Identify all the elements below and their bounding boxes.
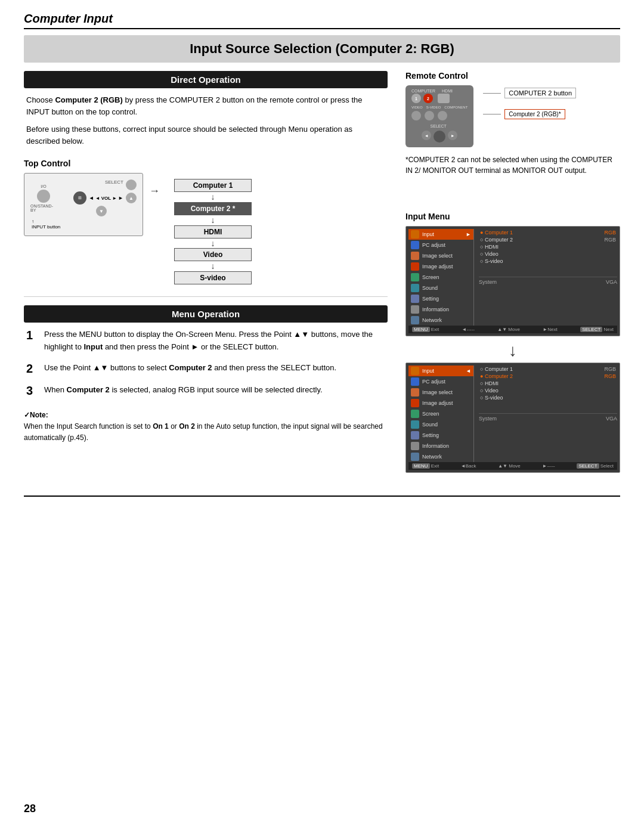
computer2-button-callout: COMPUTER 2 button: [483, 88, 576, 98]
direct-op-bold: Computer 2 (RGB): [55, 95, 122, 104]
menu-icon-screen-2: [411, 410, 419, 418]
remote-comp2-btn: 2: [423, 94, 433, 103]
select-btn: [126, 179, 137, 190]
menu-item-screen-label-2: Screen: [422, 411, 439, 417]
power-btn: [37, 190, 50, 203]
menu-footer-2: MENU Exit ◄Back ▲▼ Move ►----- SELECT Se…: [408, 462, 617, 470]
menu-screenshot-1: Input ► PC adjust Image select Image adj…: [405, 226, 620, 336]
flow-computer1: Computer 1: [174, 179, 252, 192]
menu-item-sound-label-2: Sound: [422, 422, 438, 428]
menu-select-btn-1[interactable]: SELECT: [580, 327, 602, 332]
top-control-label: Top Control: [24, 159, 388, 168]
menu-icon-pcadjust-2: [411, 377, 419, 386]
content-area: Direct Operation Choose Computer 2 (RGB)…: [24, 71, 620, 478]
menu-opt-hdmi-2: ○ HDMI: [479, 380, 617, 387]
up-btn: ▲: [126, 193, 137, 203]
menu-item-pcadjust-label-1: PC adjust: [422, 242, 445, 248]
menu-screenshot-2: Input ◄ PC adjust Image select Image adj…: [405, 363, 620, 473]
remote-control-area: Remote Control COMPUTER HDMI 1 2: [405, 71, 620, 176]
computer2-button-label: COMPUTER 2 button: [504, 88, 576, 98]
menu-icon-sound-1: [411, 284, 419, 292]
direct-operation-header: Direct Operation: [24, 71, 388, 88]
remote-hdmi-btn: [438, 94, 450, 103]
menu-left-col-2: Input ◄ PC adjust Image select Image adj…: [408, 366, 474, 462]
menu-exit-btn-2[interactable]: MENU: [412, 463, 430, 469]
flow-list: Computer 1 ↓ Computer 2 * ↓ HDMI ↓ Video…: [174, 179, 252, 284]
menu-exit-btn-1[interactable]: MENU: [412, 327, 430, 332]
menu-icon-info-1: [411, 305, 419, 314]
menu-item-network-2: Network: [408, 451, 473, 462]
menu-opt-svideo-2: ○ S-video: [479, 394, 617, 401]
menu-opt-svideo-1: ○ S-video: [479, 258, 617, 265]
step-2: 2 Use the Point ▲▼ buttons to select Com…: [26, 362, 385, 376]
menu-opt-video-1: ○ Video: [479, 250, 617, 258]
menu-item-imageadj-label-1: Image adjust: [422, 264, 453, 270]
menu-opt-hdmi-1: ○ HDMI: [479, 243, 617, 250]
menu-opt-comp2-2: ● Computer 2RGB: [479, 373, 617, 380]
menu-item-sound-1: Sound: [408, 283, 473, 293]
direct-op-body: Choose Computer 2 (RGB) by press the COM…: [24, 94, 388, 147]
menu-item-input-label-2: Input: [422, 368, 434, 374]
direct-operation-section: Choose Computer 2 (RGB) by press the COM…: [24, 94, 388, 147]
menu-icon-network-2: [411, 453, 419, 461]
menu-item-setting-1: Setting: [408, 293, 473, 304]
menu-item-imagesel-2: Image select: [408, 387, 473, 398]
menu-item-setting-label-1: Setting: [422, 296, 439, 302]
menu-item-info-2: Information: [408, 441, 473, 451]
menu-item-screen-1: Screen: [408, 272, 473, 283]
flow-video: Video: [174, 248, 252, 261]
step-1-text: Press the MENU button to display the On-…: [44, 329, 385, 354]
note-section: ✓Note: When the Input Search function is…: [24, 410, 388, 444]
remote-graphic: COMPUTER HDMI 1 2 VIDEOS-VIDEOCOMPONENT: [405, 85, 473, 147]
remote-video-btn: [411, 111, 421, 120]
remote-left-btn: ◄: [422, 131, 431, 140]
flow-svideo: S-video: [174, 271, 252, 284]
step-2-num: 2: [26, 362, 38, 376]
left-column: Direct Operation Choose Computer 2 (RGB)…: [24, 71, 388, 478]
remote-svideo-btn: [425, 111, 434, 120]
menu-icon-screen-1: [411, 273, 419, 281]
menu-item-network-label-1: Network: [422, 317, 442, 323]
note-computer2-text: *COMPUTER 2 can not be selected when usi…: [405, 156, 612, 175]
menu-icon-network-1: [411, 316, 419, 324]
menu-item-setting-label-2: Setting: [422, 432, 439, 438]
menu-item-imageadj-label-2: Image adjust: [422, 400, 453, 406]
menu-opt-comp1-2: ○ Computer 1RGB: [479, 366, 617, 373]
menu-item-imagesel-label-1: Image select: [422, 253, 453, 259]
input-menu-label: Input Menu: [405, 212, 620, 221]
computer2-rgb-callout: Computer 2 (RGB)*: [483, 109, 576, 119]
menu-icon-imagesel-1: [411, 252, 419, 260]
remote-select-btn: [434, 131, 445, 143]
menu-icon-imagesel-2: [411, 388, 419, 397]
menu-item-imageadj-1: Image adjust: [408, 261, 473, 272]
menu-item-input-label-1: Input: [422, 231, 434, 237]
menu-item-imagesel-1: Image select: [408, 250, 473, 261]
menu-item-imageadj-2: Image adjust: [408, 398, 473, 408]
direct-op-para2: Before using these buttons, correct inpu…: [26, 123, 385, 147]
menu-item-pcadjust-label-2: PC adjust: [422, 379, 445, 385]
menu-item-input-1: Input ►: [408, 229, 473, 240]
menu-item-network-1: Network: [408, 315, 473, 326]
remote-control-label: Remote Control: [405, 71, 620, 80]
computer2-rgb-label: Computer 2 (RGB)*: [509, 111, 561, 117]
page-header-title: Computer Input: [24, 12, 113, 25]
menu-operation-header: Menu Operation: [24, 305, 388, 323]
menu-screenshot-1-inner: Input ► PC adjust Image select Image adj…: [408, 229, 617, 326]
flow-arrow1: ↓: [174, 192, 252, 202]
callout-area: COMPUTER 2 button Computer 2 (RGB)*: [483, 85, 576, 119]
menu-opt-comp2-1: ○ Computer 2RGB: [479, 236, 617, 243]
menu-opt-comp1-1: ● Computer 1RGB: [479, 229, 617, 236]
input-label-text: INPUT button: [32, 224, 60, 230]
menu-select-btn-2[interactable]: SELECT: [577, 463, 599, 469]
page-number: 28: [24, 803, 36, 815]
menu-icon-input-1: [411, 230, 419, 239]
menu-item-screen-label-1: Screen: [422, 274, 439, 280]
menu-item-pcadjust-1: PC adjust: [408, 240, 473, 250]
menu-screenshot-2-inner: Input ◄ PC adjust Image select Image adj…: [408, 366, 617, 462]
menu-icon-imageadj-1: [411, 262, 419, 271]
menu-item-screen-2: Screen: [408, 408, 473, 419]
note-title: ✓Note:: [24, 411, 48, 419]
step-3: 3 When Computer 2 is selected, analog RG…: [26, 384, 385, 398]
flow-hdmi: HDMI: [174, 225, 252, 239]
menu-icon-pcadjust-1: [411, 241, 419, 249]
